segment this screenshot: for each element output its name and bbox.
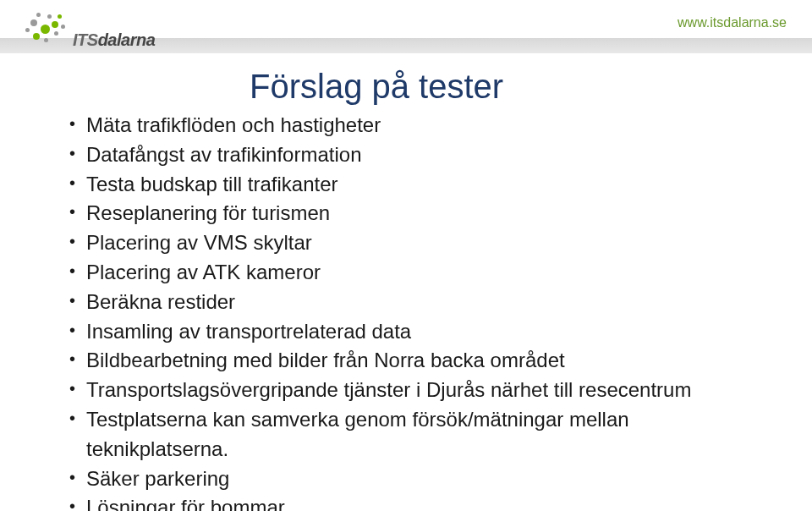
list-item: Testa budskap till trafikanter <box>69 170 761 200</box>
list-item: Säker parkering <box>69 464 761 494</box>
logo-text: ITSdalarna <box>73 12 155 50</box>
slide-title: Förslag på tester <box>250 68 761 106</box>
list-item: Datafångst av trafikinformation <box>69 140 761 170</box>
list-item: Beräkna restider <box>69 288 761 317</box>
bullet-list: Mäta trafikflöden och hastigheter Datafå… <box>69 111 761 511</box>
list-item: Placering av ATK kameror <box>69 258 761 288</box>
list-item: Placering av VMS skyltar <box>69 228 761 258</box>
header: www.itsdalarna.se ITSdalarna <box>0 0 812 52</box>
list-item: Bildbearbetning med bilder från Norra ba… <box>69 346 761 376</box>
list-item: Testplatserna kan samverka genom försök/… <box>69 405 761 464</box>
list-item: Reseplanering för turismen <box>69 199 761 228</box>
logo-graphic <box>24 11 68 50</box>
slide-content: Förslag på tester Mäta trafikflöden och … <box>51 68 761 511</box>
logo: ITSdalarna <box>24 8 155 52</box>
list-item: Mäta trafikflöden och hastigheter <box>69 111 761 140</box>
header-url: www.itsdalarna.se <box>678 15 787 30</box>
list-item: Transportslagsövergripande tjänster i Dj… <box>69 376 761 405</box>
list-item: Lösningar för bommar <box>69 493 761 511</box>
list-item: Insamling av transportrelaterad data <box>69 317 761 347</box>
